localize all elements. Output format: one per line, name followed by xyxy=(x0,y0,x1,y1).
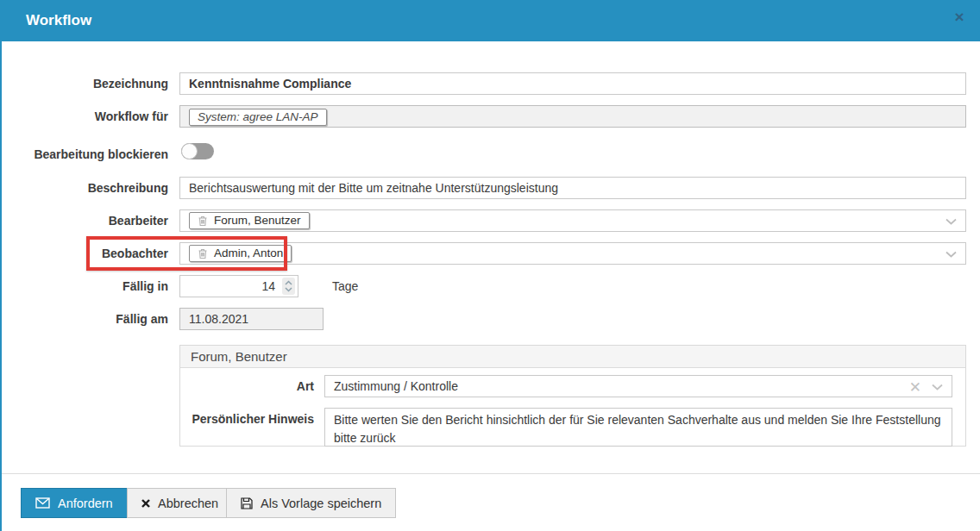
vorlage-label: Als Vorlage speichern xyxy=(261,497,381,510)
bearbeiter-chip[interactable]: Forum, Benutzer xyxy=(189,212,310,229)
workflow-fuer-label: Workflow für xyxy=(0,105,168,128)
beobachter-chip-label: Admin, Anton xyxy=(214,243,283,264)
bearbeitung-blockieren-toggle[interactable] xyxy=(181,143,214,159)
faellig-in-input[interactable]: 14 xyxy=(179,275,298,297)
spinner-up-icon xyxy=(285,280,292,285)
number-spinner[interactable] xyxy=(282,278,295,295)
close-icon[interactable]: × xyxy=(951,9,968,26)
workflow-fuer-field: System: agree LAN-AP xyxy=(179,105,966,128)
anfordern-button[interactable]: Anfordern xyxy=(21,488,128,518)
art-value: Zustimmung / Kontrolle xyxy=(334,379,458,393)
bearbeiter-select[interactable]: Forum, Benutzer xyxy=(179,209,966,232)
anfordern-label: Anfordern xyxy=(58,497,113,510)
bezeichnung-input[interactable]: Kenntnisnahme Compliance xyxy=(179,72,966,95)
faellig-in-suffix: Tage xyxy=(332,275,358,297)
recipient-panel: Forum, Benutzer Art Zustimmung / Kontrol… xyxy=(179,345,966,447)
faellig-in-value: 14 xyxy=(261,276,275,297)
chevron-down-icon[interactable] xyxy=(945,210,957,232)
bearbeitung-blockieren-label: Bearbeitung blockieren xyxy=(0,143,168,166)
hinweis-label: Persönlicher Hinweis xyxy=(180,408,314,430)
trash-icon[interactable] xyxy=(198,216,208,227)
beschreibung-label: Beschreibung xyxy=(0,177,168,199)
als-vorlage-speichern-button[interactable]: Als Vorlage speichern xyxy=(226,488,396,518)
beschreibung-input[interactable]: Berichtsauswertung mit der Bitte um zeit… xyxy=(179,177,966,199)
art-select[interactable]: Zustimmung / Kontrolle ✕ xyxy=(324,375,952,397)
save-icon xyxy=(241,497,253,509)
faellig-am-field: 11.08.2021 xyxy=(179,308,324,330)
dialog-title: Workflow xyxy=(26,0,91,41)
abbrechen-button[interactable]: Abbrechen xyxy=(127,488,233,518)
bearbeiter-chip-label: Forum, Benutzer xyxy=(214,210,301,231)
spinner-down-icon xyxy=(285,287,292,292)
beobachter-label: Beobachter xyxy=(0,242,168,265)
dialog-header: Workflow × xyxy=(0,0,980,41)
bezeichnung-label: Bezeichnung xyxy=(0,72,168,95)
recipient-panel-title: Forum, Benutzer xyxy=(180,346,965,368)
chevron-down-icon[interactable] xyxy=(945,243,957,265)
cancel-x-icon xyxy=(141,499,150,508)
footer-divider xyxy=(0,473,980,474)
abbrechen-label: Abbrechen xyxy=(158,497,218,510)
chevron-down-icon[interactable] xyxy=(932,384,943,390)
art-label: Art xyxy=(180,375,314,397)
trash-icon[interactable] xyxy=(198,248,208,259)
toggle-knob xyxy=(181,143,198,159)
hinweis-textarea[interactable]: Bitte werten Sie den Bericht hinsichtlic… xyxy=(324,408,952,447)
beobachter-chip[interactable]: Admin, Anton xyxy=(189,245,292,262)
dialog-left-accent xyxy=(0,0,2,531)
faellig-in-label: Fällig in xyxy=(0,275,168,297)
clear-icon[interactable]: ✕ xyxy=(909,380,921,395)
bearbeiter-label: Bearbeiter xyxy=(0,209,168,232)
beobachter-select[interactable]: Admin, Anton xyxy=(179,242,966,265)
workflow-dialog: Workflow × Bezeichnung Kenntnisnahme Com… xyxy=(0,0,980,531)
envelope-icon xyxy=(35,497,50,509)
workflow-fuer-chip[interactable]: System: agree LAN-AP xyxy=(189,109,327,126)
faellig-am-label: Fällig am xyxy=(0,308,168,330)
